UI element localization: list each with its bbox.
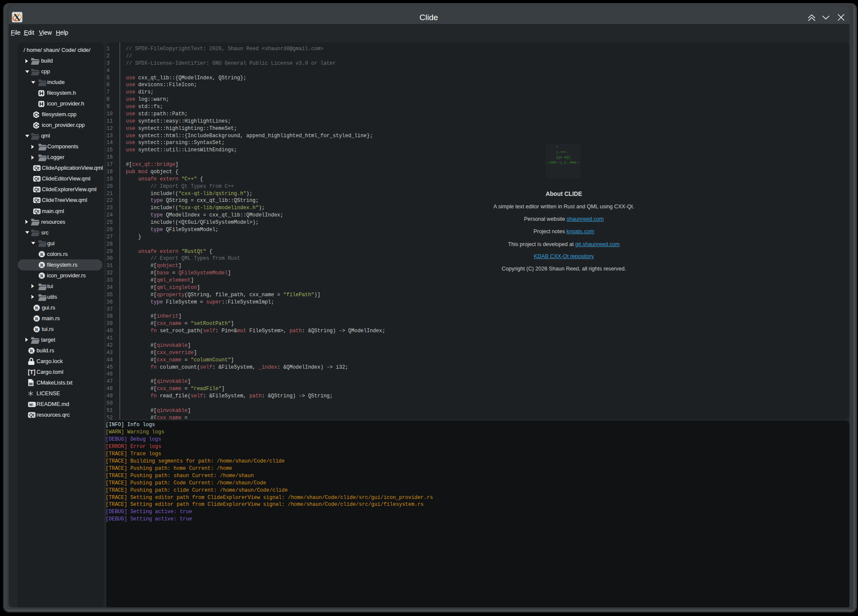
svg-text:R: R: [40, 273, 44, 278]
svg-text:Qt: Qt: [34, 187, 40, 192]
svg-text:R: R: [35, 316, 39, 321]
svg-text:R: R: [35, 327, 39, 332]
svg-text:[T]: [T]: [28, 369, 36, 376]
svg-text:Qt: Qt: [34, 176, 40, 181]
svg-text:C: C: [34, 123, 38, 129]
svg-text:R: R: [30, 349, 33, 353]
svg-text:Qt: Qt: [34, 165, 40, 171]
svg-text:M↓: M↓: [29, 402, 35, 406]
svg-text:R: R: [40, 262, 44, 267]
svg-text:Qt: Qt: [34, 198, 40, 203]
svg-text:Qt: Qt: [34, 208, 40, 213]
svg-text:Qt: Qt: [29, 412, 35, 418]
svg-text:R: R: [35, 305, 39, 310]
svg-text:R: R: [40, 252, 44, 256]
svg-text:C: C: [34, 112, 38, 118]
